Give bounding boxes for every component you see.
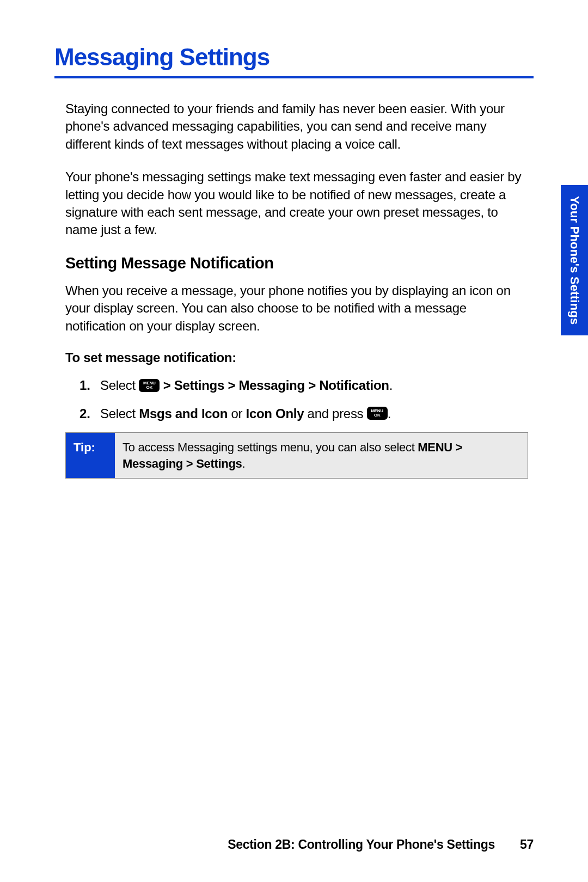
section-para: When you receive a message, your phone n… xyxy=(65,282,528,335)
body-column: Staying connected to your friends and fa… xyxy=(54,100,534,479)
tip-text: To access Messaging settings menu, you c… xyxy=(122,440,418,454)
step-number: 2. xyxy=(79,405,100,423)
step-text: Select Msgs and Icon or Icon Only and pr… xyxy=(100,405,528,423)
page-title: Messaging Settings xyxy=(54,44,534,78)
tip-box: Tip: To access Messaging settings menu, … xyxy=(65,432,528,479)
step-1: 1. Select MENUOK > Settings > Messaging … xyxy=(65,376,528,395)
step-end: . xyxy=(389,378,393,393)
task-heading: To set message notification: xyxy=(65,350,528,365)
intro-para-1: Staying connected to your friends and fa… xyxy=(65,100,528,153)
intro-para-2: Your phone's messaging settings make tex… xyxy=(65,168,528,239)
footer-section: Section 2B: Controlling Your Phone's Set… xyxy=(228,837,495,852)
tip-end: . xyxy=(242,457,246,470)
step-number: 1. xyxy=(79,376,100,395)
step-mid2: and press xyxy=(304,406,366,421)
page-footer: Section 2B: Controlling Your Phone's Set… xyxy=(228,837,534,852)
manual-page: Messaging Settings Staying connected to … xyxy=(0,0,588,882)
menu-ok-key-icon: MENUOK xyxy=(139,379,160,392)
step-text: Select MENUOK > Settings > Messaging > N… xyxy=(100,376,528,395)
side-tab: Your Phone's Settings xyxy=(561,185,588,335)
tip-body: To access Messaging settings menu, you c… xyxy=(115,433,528,478)
nav-path: > Settings > Messaging > Notification xyxy=(160,378,389,393)
section-heading: Setting Message Notification xyxy=(65,254,528,272)
step-pre: Select xyxy=(100,406,139,421)
step-mid: or xyxy=(228,406,246,421)
step-2: 2. Select Msgs and Icon or Icon Only and… xyxy=(65,405,528,423)
option-2: Icon Only xyxy=(246,406,304,421)
step-end: . xyxy=(388,406,391,421)
option-1: Msgs and Icon xyxy=(139,406,228,421)
page-number: 57 xyxy=(520,837,534,852)
menu-ok-key-icon: MENUOK xyxy=(367,407,388,420)
tip-label: Tip: xyxy=(66,433,115,478)
step-pre: Select xyxy=(100,378,139,393)
